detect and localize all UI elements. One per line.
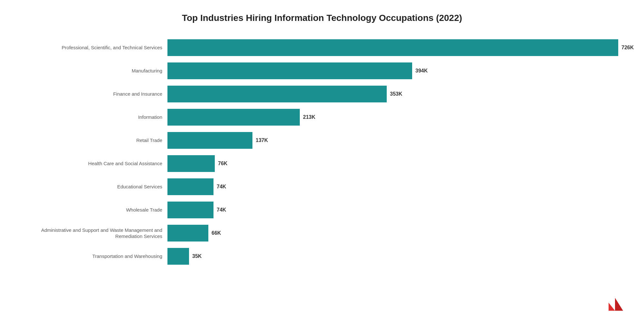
bar-row: Educational Services74K (26, 175, 625, 198)
bar-label: Finance and Insurance (26, 91, 167, 97)
bar (167, 225, 208, 242)
svg-marker-1 (615, 298, 623, 311)
bar-wrapper: 66K (167, 225, 625, 242)
chart-area: Professional, Scientific, and Technical … (19, 36, 625, 268)
bar-value: 353K (390, 91, 402, 97)
bar-value: 137K (256, 137, 268, 143)
bar-wrapper: 726K (167, 39, 634, 56)
bar-row: Manufacturing394K (26, 59, 625, 82)
bar-wrapper: 137K (167, 132, 625, 149)
bar (167, 109, 300, 126)
bar-value: 394K (415, 68, 428, 74)
svg-marker-0 (609, 303, 615, 311)
bar-label: Health Care and Social Assistance (26, 160, 167, 167)
bar-value: 213K (303, 114, 315, 120)
bar-label: Wholesale Trade (26, 207, 167, 213)
bar (167, 155, 215, 172)
bar-wrapper: 35K (167, 248, 625, 265)
bar-value: 74K (217, 207, 226, 213)
bar-row: Finance and Insurance353K (26, 82, 625, 106)
bar (167, 132, 252, 149)
bar-label: Transportation and Warehousing (26, 253, 167, 260)
bar (167, 178, 213, 195)
bar-label: Manufacturing (26, 68, 167, 74)
bar (167, 248, 189, 265)
chart-title: Top Industries Hiring Information Techno… (19, 13, 625, 23)
bar-wrapper: 74K (167, 178, 625, 195)
bar-row: Administrative and Support and Waste Man… (26, 222, 625, 245)
bar-label: Information (26, 114, 167, 120)
bar-label: Retail Trade (26, 137, 167, 144)
bar-label: Administrative and Support and Waste Man… (26, 227, 167, 240)
bar-row: Professional, Scientific, and Technical … (26, 36, 625, 59)
bar-row: Health Care and Social Assistance76K (26, 152, 625, 175)
bar-wrapper: 76K (167, 155, 625, 172)
bar (167, 86, 387, 102)
logo (605, 296, 625, 312)
bar-wrapper: 353K (167, 86, 625, 102)
bar-row: Retail Trade137K (26, 129, 625, 152)
bar (167, 39, 618, 56)
bar (167, 202, 213, 218)
bar-wrapper: 74K (167, 202, 625, 218)
bar-row: Transportation and Warehousing35K (26, 245, 625, 268)
bar (167, 62, 412, 79)
bar-row: Information213K (26, 106, 625, 129)
bar-row: Wholesale Trade74K (26, 198, 625, 222)
chart-container: Top Industries Hiring Information Techno… (0, 0, 644, 322)
bar-wrapper: 213K (167, 109, 625, 126)
bar-value: 35K (192, 253, 202, 259)
bar-value: 726K (621, 45, 634, 51)
bar-value: 76K (218, 161, 227, 166)
bar-wrapper: 394K (167, 62, 625, 79)
bar-label: Educational Services (26, 184, 167, 190)
bar-value: 66K (212, 230, 221, 236)
bar-value: 74K (217, 184, 226, 190)
bar-label: Professional, Scientific, and Technical … (26, 44, 167, 51)
